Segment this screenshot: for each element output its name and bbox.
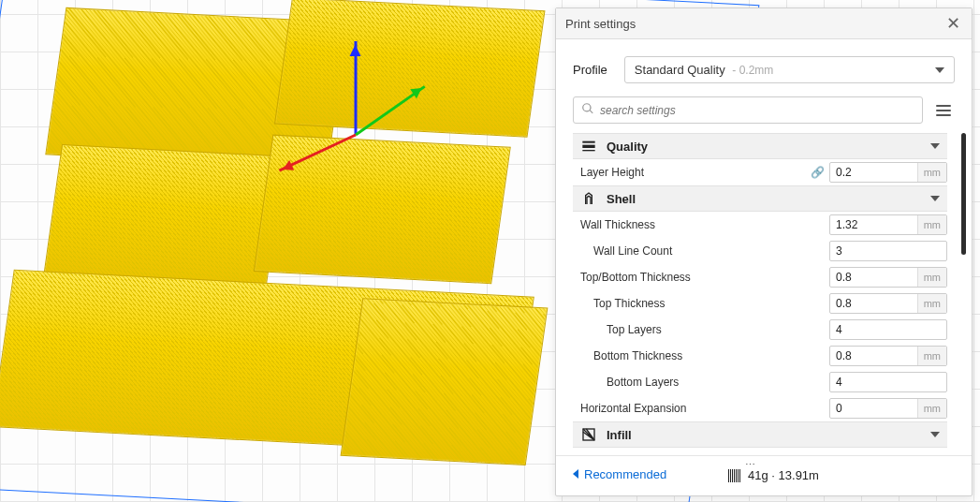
filament-icon xyxy=(728,469,740,482)
settings-menu-button[interactable] xyxy=(932,96,955,124)
recommended-button[interactable]: Recommended xyxy=(573,467,666,481)
top-bottom-thickness-input[interactable] xyxy=(830,271,917,284)
quality-icon xyxy=(580,138,597,155)
row-horizontal-expansion: Horizontal Expansionmm xyxy=(573,395,947,421)
row-top-thickness: Top Thicknessmm xyxy=(573,290,947,317)
close-icon: ✕ xyxy=(946,13,960,34)
chevron-down-icon xyxy=(930,196,940,201)
row-layer-height: Layer Height 🔗 mm xyxy=(573,159,947,185)
bottom-thickness-input[interactable] xyxy=(830,349,917,362)
chevron-down-icon xyxy=(930,432,940,437)
scrollbar-thumb[interactable] xyxy=(961,133,966,255)
search-input-wrapper[interactable] xyxy=(573,96,923,124)
row-wall-line-count: Wall Line Count xyxy=(573,238,947,264)
infill-icon xyxy=(580,426,597,443)
row-top-bottom-thickness: Top/Bottom Thicknessmm xyxy=(573,264,947,290)
estimate-weight: 41g xyxy=(748,468,768,482)
chevron-left-icon xyxy=(573,469,578,479)
top-thickness-input[interactable] xyxy=(830,297,917,310)
estimate-length: 13.91m xyxy=(779,468,819,482)
chevron-down-icon xyxy=(930,143,940,149)
profile-select[interactable]: Standard Quality - 0.2mm xyxy=(624,56,955,83)
shell-icon xyxy=(580,190,597,207)
section-quality[interactable]: Quality xyxy=(573,133,947,159)
search-icon xyxy=(581,102,600,118)
wall-thickness-input[interactable] xyxy=(830,218,917,231)
profile-name: Standard Quality xyxy=(635,63,725,77)
wall-line-count-input[interactable] xyxy=(830,244,946,258)
horizontal-expansion-input[interactable] xyxy=(830,402,917,415)
row-bottom-layers: Bottom Layers xyxy=(573,369,947,395)
search-input[interactable] xyxy=(600,104,914,117)
close-button[interactable]: ✕ xyxy=(943,14,962,33)
row-top-layers: Top Layers xyxy=(573,317,947,343)
svg-rect-1 xyxy=(582,145,594,148)
section-infill[interactable]: Infill xyxy=(573,421,947,448)
layer-height-input[interactable] xyxy=(830,166,917,179)
row-bottom-thickness: Bottom Thicknessmm xyxy=(573,343,947,369)
bottom-layers-input[interactable] xyxy=(830,376,946,389)
profile-detail: - 0.2mm xyxy=(732,64,773,77)
panel-title: Print settings xyxy=(565,17,636,31)
settings-list: Quality Layer Height 🔗 mm Shell Wall Thi… xyxy=(556,133,972,455)
print-estimate: ⋯ 41g · 13.91m xyxy=(728,468,819,482)
svg-rect-0 xyxy=(582,141,594,143)
menu-icon xyxy=(936,105,951,107)
top-layers-input[interactable] xyxy=(830,323,946,336)
link-icon[interactable]: 🔗 xyxy=(811,166,829,179)
section-shell[interactable]: Shell xyxy=(573,185,947,212)
print-settings-panel: Print settings ✕ Profile Standard Qualit… xyxy=(555,7,973,496)
profile-label: Profile xyxy=(573,63,607,77)
chevron-down-icon xyxy=(935,67,944,73)
svg-rect-2 xyxy=(582,150,594,151)
row-wall-thickness: Wall Thicknessmm xyxy=(573,212,947,238)
